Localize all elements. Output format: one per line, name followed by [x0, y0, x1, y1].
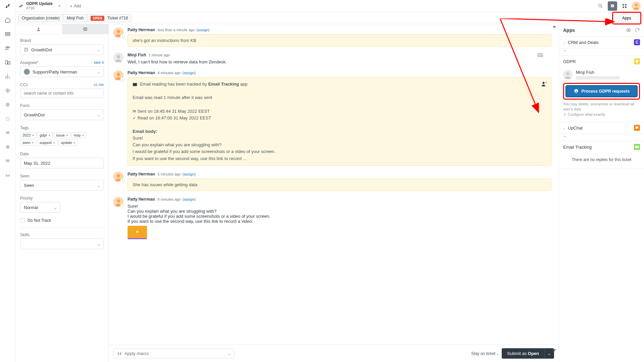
svg-rect-1	[5, 35, 10, 36]
refresh-icon[interactable]	[635, 28, 640, 33]
tag-chip[interactable]: support×	[37, 140, 58, 146]
tag-chip[interactable]: 2022×	[20, 132, 36, 138]
brand-select[interactable]: GrowthDot ⌵	[20, 44, 104, 55]
gdpr-note: You may delete, anonymize or download al…	[563, 102, 640, 112]
tag-remove-icon[interactable]: ×	[48, 134, 50, 137]
tag-remove-icon[interactable]: ×	[32, 134, 34, 137]
nav-reporting-icon[interactable]	[4, 72, 12, 81]
nav-app3-icon[interactable]	[4, 129, 12, 137]
nav-app5-icon[interactable]	[4, 157, 12, 165]
tab-ticket-716[interactable]: GDPR Update #716 ×	[15, 0, 66, 12]
tag-remove-icon[interactable]: ×	[66, 134, 68, 137]
app-gdpr-header[interactable]: GDPR	[559, 55, 644, 67]
seen-label: Seen	[20, 174, 104, 178]
app-et-header[interactable]: Email Tracking	[559, 141, 644, 153]
nav-app6-icon[interactable]	[4, 171, 12, 179]
form-select[interactable]: GrowthDot ⌵	[20, 109, 104, 120]
tag-chip[interactable]: update×	[58, 140, 78, 146]
process-gdpr-button[interactable]: Process GDPR requests	[565, 85, 638, 97]
seen-select[interactable]: Seen ⌵	[20, 180, 104, 191]
assign-link[interactable]: (assign)	[183, 71, 196, 75]
ccs-input[interactable]: search name or contact info	[20, 89, 104, 98]
form-label: Form	[20, 103, 104, 108]
note-badge-icon: i	[120, 204, 125, 208]
svg-point-18	[635, 4, 638, 6]
app-upchat-header[interactable]: ⌵ UpChat	[559, 122, 644, 134]
svg-point-2	[6, 47, 7, 48]
tag-chip[interactable]: may×	[71, 132, 87, 138]
tag-remove-icon[interactable]: ×	[73, 141, 76, 145]
nav-views-icon[interactable]	[4, 30, 12, 38]
msg-time: 1 minute ago	[149, 53, 170, 57]
collapse-arrow[interactable]: ⌃	[559, 48, 644, 55]
date-input[interactable]: May 31, 2022	[20, 158, 104, 168]
apply-macro-select[interactable]: Apply macro ⌵	[113, 349, 234, 358]
svg-point-19	[38, 28, 40, 29]
assign-link[interactable]: (assign)	[183, 197, 196, 201]
assign-link[interactable]: (assign)	[196, 28, 209, 32]
crumb-user[interactable]: Minji Fish	[63, 14, 88, 22]
sidebar-tab-ticket-icon[interactable]	[62, 24, 109, 34]
stay-on-ticket-button[interactable]: Stay on ticket ⌵	[471, 351, 499, 356]
app-gdpr-label: GDPR	[563, 59, 576, 64]
submit-status: Open	[528, 351, 539, 356]
chevron-down-icon: ⌵	[97, 242, 100, 247]
svg-text:?: ?	[545, 81, 547, 84]
apps-toggle-button[interactable]: Apps	[614, 13, 640, 23]
search-icon[interactable]	[596, 1, 605, 11]
svg-point-39	[576, 91, 577, 92]
eye-icon[interactable]	[626, 28, 631, 33]
tags-container[interactable]: 2022×gdpr×issue×may×seen×support×update×	[20, 132, 104, 146]
chevron-down-icon: ⌵	[97, 69, 100, 74]
scroll-up-icon[interactable]	[553, 25, 556, 28]
sidebar-tab-user-icon[interactable]	[15, 24, 62, 34]
crumb-org[interactable]: Organization (create)	[18, 14, 63, 22]
agent-avatar: i	[113, 70, 123, 81]
nav-org-icon[interactable]	[4, 58, 12, 66]
chevron-down-icon: ⌵	[97, 183, 100, 188]
nav-admin-icon[interactable]	[4, 87, 12, 95]
profile-avatar[interactable]	[632, 2, 641, 10]
tab-close-icon[interactable]: ×	[57, 3, 62, 8]
nav-app2-icon[interactable]	[4, 115, 12, 123]
tag-chip[interactable]: seen×	[20, 140, 36, 146]
collapse-arrow[interactable]: ⌃	[559, 134, 644, 141]
gdpr-user-name: Minji Fish	[576, 70, 620, 75]
svg-point-28	[117, 73, 120, 76]
add-tab-button[interactable]: + Add	[66, 0, 85, 12]
skills-select[interactable]: ⌵	[20, 239, 104, 249]
nav-rail	[0, 0, 15, 362]
products-icon[interactable]	[620, 1, 629, 11]
ccs-label: CCs	[20, 83, 28, 87]
tag-chip[interactable]: gdpr×	[37, 132, 53, 138]
msg-time: 4 minutes ago	[157, 71, 181, 75]
submit-button[interactable]: Submit as Open	[502, 348, 544, 359]
priority-select[interactable]: Normal ⌵	[20, 202, 60, 213]
do-not-track-checkbox[interactable]: Do Not Track	[20, 218, 104, 223]
assignee-select[interactable]: Support/Patty Herrman ⌵	[20, 66, 104, 77]
conversation-pane: i Patty Herrman less than a minute ago (…	[109, 24, 559, 362]
nav-app4-icon[interactable]	[4, 143, 12, 151]
chevron-down-icon: ⌵	[563, 41, 565, 44]
cc-me-link[interactable]: cc me	[94, 83, 104, 87]
crumb-ticket[interactable]: OPEN Ticket #716	[87, 14, 132, 22]
tag-remove-icon[interactable]: ×	[53, 141, 55, 145]
tag-chip[interactable]: issue×	[54, 132, 70, 138]
tag-remove-icon[interactable]: ×	[82, 134, 84, 137]
stay-label: Stay on ticket	[471, 351, 495, 356]
app-crm-header[interactable]: ⌵ CRM and Deals C	[559, 37, 644, 48]
chevron-down-icon: ⌵	[97, 47, 100, 52]
app-crm-label: CRM and Deals	[568, 40, 599, 45]
svg-rect-14	[625, 4, 627, 6]
talk-icon[interactable]	[608, 1, 617, 11]
nav-customers-icon[interactable]	[4, 44, 12, 52]
tag-remove-icon[interactable]: ×	[32, 141, 34, 145]
scroll-down-icon[interactable]	[553, 349, 556, 351]
video-thumbnail[interactable]	[128, 226, 147, 239]
assign-link[interactable]: (assign)	[183, 172, 196, 176]
take-it-link[interactable]: take it	[94, 60, 104, 65]
configure-link[interactable]: Configure what exactly	[563, 112, 640, 117]
nav-app1-icon[interactable]	[4, 101, 12, 109]
nav-home-icon[interactable]	[4, 16, 12, 24]
agent-avatar: i	[113, 28, 123, 38]
